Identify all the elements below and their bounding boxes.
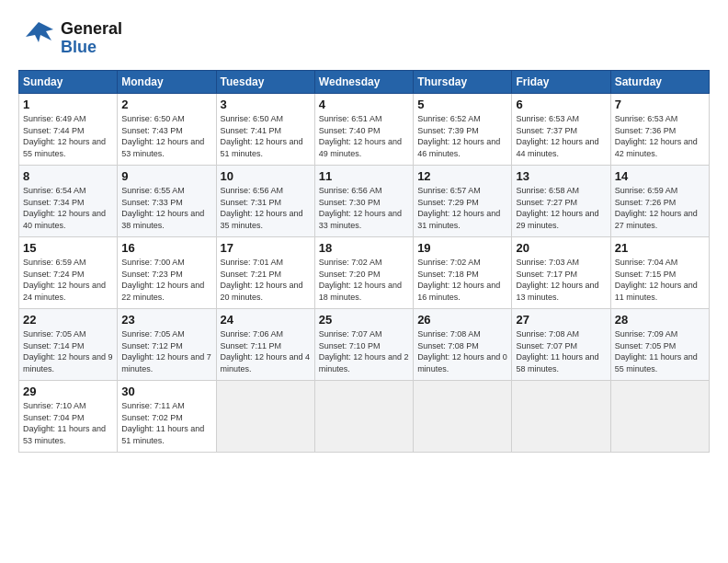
day-info: Sunrise: 7:09 AMSunset: 7:05 PMDaylight:… [615,328,705,374]
day-number: 23 [121,313,211,327]
day-info: Sunrise: 7:01 AMSunset: 7:21 PMDaylight:… [221,257,311,303]
weekday-header: Thursday [414,71,512,94]
calendar-week-row: 22Sunrise: 7:05 AMSunset: 7:14 PMDayligh… [19,309,710,381]
calendar-day-cell [314,381,413,453]
calendar-header-row: SundayMondayTuesdayWednesdayThursdayFrid… [19,71,710,94]
calendar-day-cell: 3Sunrise: 6:50 AMSunset: 7:41 PMDaylight… [216,94,314,166]
day-info: Sunrise: 7:03 AMSunset: 7:17 PMDaylight:… [516,257,606,303]
calendar-day-cell [512,381,610,453]
day-info: Sunrise: 6:52 AMSunset: 7:39 PMDaylight:… [417,113,507,159]
calendar-day-cell: 4Sunrise: 6:51 AMSunset: 7:40 PMDaylight… [314,94,413,166]
day-number: 18 [319,241,409,255]
calendar-day-cell: 8Sunrise: 6:54 AMSunset: 7:34 PMDaylight… [19,166,118,237]
calendar-day-cell [216,381,314,453]
day-number: 11 [319,169,409,183]
logo: General Blue [18,17,122,61]
day-info: Sunrise: 6:53 AMSunset: 7:37 PMDaylight:… [516,113,606,159]
calendar-day-cell: 22Sunrise: 7:05 AMSunset: 7:14 PMDayligh… [19,309,118,381]
calendar-day-cell: 11Sunrise: 6:56 AMSunset: 7:30 PMDayligh… [314,166,413,237]
day-number: 8 [23,169,113,183]
calendar-day-cell: 16Sunrise: 7:00 AMSunset: 7:23 PMDayligh… [118,237,216,309]
day-number: 9 [121,169,211,183]
calendar-day-cell: 1Sunrise: 6:49 AMSunset: 7:44 PMDaylight… [19,94,118,166]
day-info: Sunrise: 6:51 AMSunset: 7:40 PMDaylight:… [319,113,409,159]
logo-blue: Blue [61,39,122,57]
day-number: 10 [221,169,311,183]
day-number: 25 [319,313,409,327]
day-number: 14 [615,169,705,183]
day-info: Sunrise: 6:49 AMSunset: 7:44 PMDaylight:… [23,113,113,159]
calendar-day-cell: 28Sunrise: 7:09 AMSunset: 7:05 PMDayligh… [610,309,709,381]
weekday-header: Friday [512,71,610,94]
calendar-day-cell: 14Sunrise: 6:59 AMSunset: 7:26 PMDayligh… [610,166,709,237]
calendar-week-row: 29Sunrise: 7:10 AMSunset: 7:04 PMDayligh… [19,381,710,453]
day-info: Sunrise: 6:53 AMSunset: 7:36 PMDaylight:… [615,113,705,159]
calendar-day-cell: 2Sunrise: 6:50 AMSunset: 7:43 PMDaylight… [118,94,216,166]
calendar-day-cell: 24Sunrise: 7:06 AMSunset: 7:11 PMDayligh… [216,309,314,381]
day-number: 20 [516,241,606,255]
calendar-table: SundayMondayTuesdayWednesdayThursdayFrid… [18,70,710,453]
weekday-header: Sunday [19,71,118,94]
calendar-day-cell: 19Sunrise: 7:02 AMSunset: 7:18 PMDayligh… [414,237,512,309]
day-info: Sunrise: 6:50 AMSunset: 7:43 PMDaylight:… [121,113,211,159]
day-number: 27 [516,313,606,327]
day-number: 13 [516,169,606,183]
calendar-day-cell: 30Sunrise: 7:11 AMSunset: 7:02 PMDayligh… [118,381,216,453]
page-header: General Blue [18,17,710,61]
day-number: 29 [23,385,113,398]
calendar-day-cell: 9Sunrise: 6:55 AMSunset: 7:33 PMDaylight… [118,166,216,237]
day-info: Sunrise: 7:04 AMSunset: 7:15 PMDaylight:… [615,257,705,303]
calendar-day-cell: 27Sunrise: 7:08 AMSunset: 7:07 PMDayligh… [512,309,610,381]
day-number: 15 [23,241,113,255]
weekday-header: Saturday [610,71,709,94]
day-info: Sunrise: 7:08 AMSunset: 7:08 PMDaylight:… [417,328,507,374]
day-number: 21 [615,241,705,255]
day-info: Sunrise: 6:50 AMSunset: 7:41 PMDaylight:… [221,113,311,159]
logo-container: General Blue [18,17,122,61]
day-number: 17 [221,241,311,255]
day-number: 24 [221,313,311,327]
day-number: 12 [417,169,507,183]
weekday-header: Monday [118,71,216,94]
day-number: 28 [615,313,705,327]
day-info: Sunrise: 7:10 AMSunset: 7:04 PMDaylight:… [23,400,113,446]
day-number: 30 [121,385,211,398]
calendar-body: 1Sunrise: 6:49 AMSunset: 7:44 PMDaylight… [19,94,710,453]
calendar-day-cell: 15Sunrise: 6:59 AMSunset: 7:24 PMDayligh… [19,237,118,309]
day-info: Sunrise: 7:00 AMSunset: 7:23 PMDaylight:… [121,257,211,303]
day-number: 5 [417,98,507,111]
day-number: 4 [319,98,409,111]
day-number: 1 [23,98,113,111]
calendar-week-row: 8Sunrise: 6:54 AMSunset: 7:34 PMDaylight… [19,166,710,237]
day-info: Sunrise: 7:08 AMSunset: 7:07 PMDaylight:… [516,328,606,374]
day-info: Sunrise: 6:54 AMSunset: 7:34 PMDaylight:… [23,185,113,231]
calendar-day-cell: 25Sunrise: 7:07 AMSunset: 7:10 PMDayligh… [314,309,413,381]
day-info: Sunrise: 6:56 AMSunset: 7:31 PMDaylight:… [221,185,311,231]
day-info: Sunrise: 7:07 AMSunset: 7:10 PMDaylight:… [319,328,409,374]
logo-text: General Blue [61,20,122,57]
calendar-week-row: 15Sunrise: 6:59 AMSunset: 7:24 PMDayligh… [19,237,710,309]
day-info: Sunrise: 6:56 AMSunset: 7:30 PMDaylight:… [319,185,409,231]
weekday-header: Wednesday [314,71,413,94]
day-info: Sunrise: 7:02 AMSunset: 7:18 PMDaylight:… [417,257,507,303]
day-info: Sunrise: 6:58 AMSunset: 7:27 PMDaylight:… [516,185,606,231]
logo-graphic [18,17,59,61]
calendar-day-cell: 17Sunrise: 7:01 AMSunset: 7:21 PMDayligh… [216,237,314,309]
calendar-day-cell [610,381,709,453]
calendar-day-cell: 21Sunrise: 7:04 AMSunset: 7:15 PMDayligh… [610,237,709,309]
calendar-day-cell: 7Sunrise: 6:53 AMSunset: 7:36 PMDaylight… [610,94,709,166]
weekday-header: Tuesday [216,71,314,94]
day-info: Sunrise: 7:05 AMSunset: 7:12 PMDaylight:… [121,328,211,374]
calendar-day-cell: 23Sunrise: 7:05 AMSunset: 7:12 PMDayligh… [118,309,216,381]
calendar-day-cell: 29Sunrise: 7:10 AMSunset: 7:04 PMDayligh… [19,381,118,453]
day-info: Sunrise: 6:59 AMSunset: 7:24 PMDaylight:… [23,257,113,303]
day-number: 16 [121,241,211,255]
day-number: 22 [23,313,113,327]
calendar-day-cell: 18Sunrise: 7:02 AMSunset: 7:20 PMDayligh… [314,237,413,309]
day-number: 26 [417,313,507,327]
day-number: 2 [121,98,211,111]
day-info: Sunrise: 6:59 AMSunset: 7:26 PMDaylight:… [615,185,705,231]
day-info: Sunrise: 7:02 AMSunset: 7:20 PMDaylight:… [319,257,409,303]
calendar-day-cell: 5Sunrise: 6:52 AMSunset: 7:39 PMDaylight… [414,94,512,166]
day-info: Sunrise: 7:05 AMSunset: 7:14 PMDaylight:… [23,328,113,374]
